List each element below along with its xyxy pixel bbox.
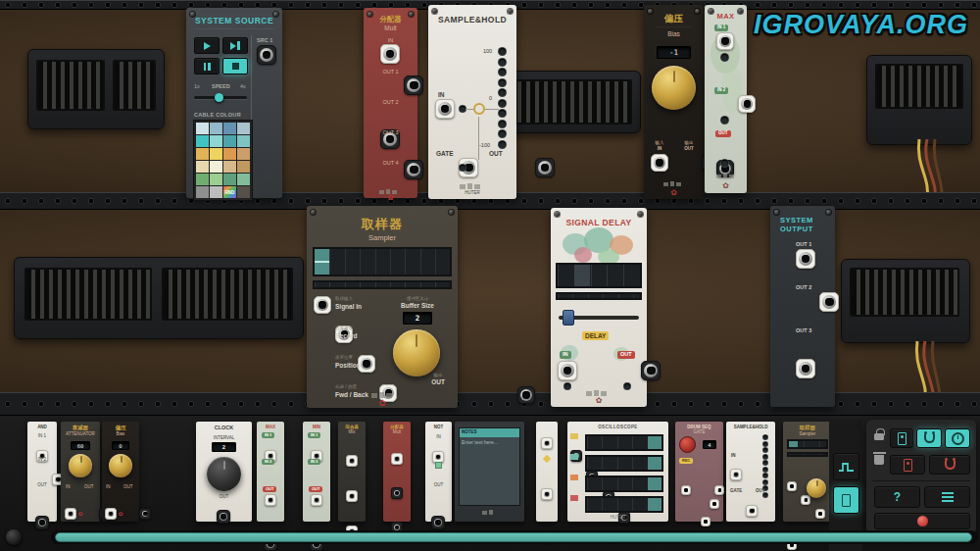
record-button[interactable] xyxy=(874,513,970,529)
src1-jack[interactable] xyxy=(257,45,276,65)
position-jack[interactable] xyxy=(815,509,825,519)
module-mult[interactable]: 分配器 Mult IN OUT 1 OUT 2 OUT 3 OUT 4 ✿ xyxy=(364,8,417,198)
gate-display[interactable]: 4 xyxy=(703,440,716,449)
signal-in-jack[interactable] xyxy=(787,481,797,491)
attenuator-knob[interactable] xyxy=(69,454,92,477)
tray-module-bias[interactable]: 偏压 Bias 0 IN OUT ✿ xyxy=(102,422,139,522)
in1-jack[interactable] xyxy=(346,455,358,467)
help-button[interactable]: ? xyxy=(874,486,920,508)
out3-jack[interactable] xyxy=(796,359,815,378)
delay-slider-handle[interactable] xyxy=(563,310,574,326)
speed-slider-handle[interactable] xyxy=(215,93,223,102)
bias-knob[interactable] xyxy=(109,454,132,477)
tray-scroll-knob[interactable] xyxy=(6,529,27,547)
step-button[interactable] xyxy=(222,37,248,54)
module-system-output[interactable]: SYSTEM OUTPUT OUT 1 OUT 2 OUT 3 xyxy=(770,206,835,407)
out-jack[interactable] xyxy=(35,516,49,529)
cable-colour-swatch[interactable] xyxy=(223,148,236,160)
menu-button[interactable] xyxy=(924,486,970,508)
module-signal-delay[interactable]: SIGNAL DELAY DELAY IN OUT ✿ xyxy=(551,208,647,407)
bias-knob[interactable] xyxy=(652,66,696,110)
cable-colour-swatch[interactable] xyxy=(196,135,209,147)
out-jack[interactable] xyxy=(535,158,555,177)
cable-colour-swatch[interactable] xyxy=(237,174,250,185)
in-jack[interactable] xyxy=(651,154,668,172)
cable-colour-swatch[interactable] xyxy=(210,135,222,147)
speed-slider[interactable] xyxy=(194,96,247,99)
trigger-button[interactable] xyxy=(679,436,696,453)
gate-jack[interactable] xyxy=(746,505,758,517)
seq-jack-3[interactable] xyxy=(710,499,719,509)
lock-cables-button[interactable] xyxy=(916,428,942,448)
tray-module-mix[interactable]: 混合器 Mix xyxy=(338,422,366,522)
in-jack[interactable] xyxy=(558,361,577,380)
tray-module-sampler[interactable]: 取样器 Sampler xyxy=(783,422,832,522)
cable-colour-swatch[interactable] xyxy=(210,161,222,173)
clock-knob[interactable] xyxy=(207,457,241,491)
module-sampler[interactable]: 取样器 Sampler 取样输入 Signal In 打开录音 Record 改… xyxy=(307,206,458,408)
cable-colour-swatch[interactable] xyxy=(196,161,209,173)
cable-colour-swatch[interactable] xyxy=(210,123,222,134)
tray-scrollbar-track[interactable] xyxy=(51,530,978,544)
cable-colour-swatch[interactable] xyxy=(223,161,236,173)
in-jack[interactable] xyxy=(435,99,455,119)
record-jack[interactable] xyxy=(801,495,810,505)
in2-jack[interactable] xyxy=(346,490,358,502)
cable-colour-swatch[interactable] xyxy=(210,148,222,160)
tray-module-drumseq[interactable]: DRUM SEQ GATE 4 REC xyxy=(675,422,723,522)
cable-colour-swatch[interactable] xyxy=(196,123,209,134)
buffer-size-display[interactable]: 2 xyxy=(403,312,432,325)
pause-button[interactable] xyxy=(194,58,220,75)
in2-jack[interactable] xyxy=(541,488,553,500)
in-jack[interactable] xyxy=(391,453,403,465)
buffer-knob[interactable] xyxy=(807,478,826,498)
in2-jack[interactable] xyxy=(738,95,756,113)
module-sample-hold[interactable]: SAMPLE&HOLD 100 0 -100 IN GATE OUT HUTER xyxy=(428,5,516,199)
cable-colour-swatch[interactable] xyxy=(210,186,222,198)
out2-jack[interactable] xyxy=(819,292,839,312)
cable-colour-swatch[interactable] xyxy=(196,174,209,185)
cable-colour-swatch[interactable] xyxy=(223,174,236,185)
cable-colour-swatch[interactable] xyxy=(237,135,250,147)
cable-colour-swatch[interactable] xyxy=(210,174,222,185)
cable-colour-swatch[interactable] xyxy=(196,186,209,198)
value-display[interactable]: 0 xyxy=(112,441,129,450)
out1-jack[interactable] xyxy=(404,75,423,95)
cable-colour-swatch[interactable] xyxy=(196,148,209,160)
cable-colour-swatch[interactable] xyxy=(237,148,250,160)
select-module-button[interactable] xyxy=(890,428,913,448)
history-button[interactable] xyxy=(945,428,970,448)
delete-module-button[interactable] xyxy=(890,455,925,475)
out-jack[interactable] xyxy=(139,508,151,520)
notes-screen[interactable]: NOTES Enter text here... xyxy=(459,427,520,506)
cable-colour-swatch[interactable] xyxy=(223,135,236,147)
tray-scrollbar-thumb[interactable] xyxy=(55,532,972,542)
stop-button[interactable] xyxy=(222,58,248,75)
tray-module-min[interactable]: MIN IN 1 IN 2 OUT xyxy=(303,422,330,522)
in1-jack[interactable] xyxy=(716,32,734,50)
bias-value-display[interactable]: -1 xyxy=(657,46,691,59)
value-display[interactable]: 60 xyxy=(71,441,90,450)
scope-view-button[interactable] xyxy=(833,453,859,480)
module-max[interactable]: MAX IN 1 IN 2 OUT ✿ xyxy=(705,5,747,193)
tray-module-clock[interactable]: CLOCK INTERVAL 2 OUT xyxy=(196,422,252,522)
in-jack[interactable] xyxy=(730,469,742,480)
seq-jack-2[interactable] xyxy=(714,485,724,495)
cable-colour-swatch[interactable] xyxy=(223,123,236,134)
cable-colour-swatch[interactable] xyxy=(237,186,250,198)
in2-jack[interactable] xyxy=(265,494,276,506)
out-jack[interactable] xyxy=(641,361,661,380)
delay-slider[interactable] xyxy=(559,316,639,320)
cable-colour-swatch[interactable] xyxy=(237,161,250,173)
tray-module-not[interactable]: NOT IN OUT xyxy=(425,422,452,522)
tray-module-edge[interactable] xyxy=(536,422,558,522)
module-bias[interactable]: 偏压 Bias -1 输入 输出 IN OUT ✿ xyxy=(644,5,704,199)
out-jack[interactable] xyxy=(431,516,445,529)
seq-jack-1[interactable] xyxy=(681,485,691,495)
buffer-size-knob[interactable] xyxy=(393,329,440,376)
tray-module-oscilloscope[interactable]: OSCILLOSCOPE HUTER xyxy=(567,422,668,522)
cable-colour-grid[interactable]: RND xyxy=(193,120,253,201)
in-jack[interactable] xyxy=(541,437,553,449)
out1-jack[interactable] xyxy=(796,249,815,269)
interval-display[interactable]: 2 xyxy=(212,442,236,452)
